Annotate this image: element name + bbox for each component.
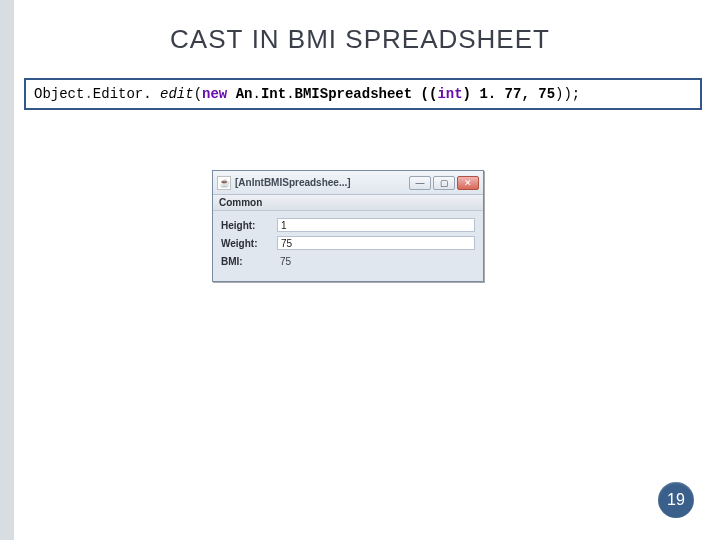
title-part: S bbox=[345, 24, 363, 54]
minimize-button[interactable]: — bbox=[409, 176, 431, 190]
window-body: Height: 1 Weight: 75 BMI: 75 bbox=[213, 211, 483, 281]
form-row-weight: Weight: 75 bbox=[221, 235, 475, 251]
code-token: . bbox=[253, 86, 261, 102]
code-class: An bbox=[236, 86, 253, 102]
title-part: C bbox=[170, 24, 190, 54]
code-number: 1. 77 bbox=[479, 86, 521, 102]
slide: CAST IN BMI SPREADSHEET Object.Editor. e… bbox=[0, 0, 720, 540]
code-token: . bbox=[84, 86, 92, 102]
window-section-header[interactable]: Common bbox=[213, 195, 483, 211]
code-number: 75 bbox=[538, 86, 555, 102]
field-label: BMI: bbox=[221, 256, 277, 267]
code-method: edit bbox=[160, 86, 194, 102]
side-accent bbox=[0, 0, 14, 540]
field-label: Height: bbox=[221, 220, 277, 231]
code-token: ( bbox=[194, 86, 202, 102]
code-token: , bbox=[521, 86, 538, 102]
code-token: Object bbox=[34, 86, 84, 102]
weight-field[interactable]: 75 bbox=[277, 236, 475, 250]
java-window: ☕ [AnIntBMISpreadshee...] — ▢ ✕ Common H… bbox=[212, 170, 484, 282]
code-token: . bbox=[286, 86, 294, 102]
page-number-badge: 19 bbox=[658, 482, 694, 518]
code-class: BMISpreadsheet bbox=[295, 86, 413, 102]
code-token: )); bbox=[555, 86, 580, 102]
code-token: Editor. bbox=[93, 86, 160, 102]
title-part: BMI bbox=[288, 24, 337, 54]
slide-title: CAST IN BMI SPREADSHEET bbox=[0, 24, 720, 55]
height-field[interactable]: 1 bbox=[277, 218, 475, 232]
window-buttons: — ▢ ✕ bbox=[409, 176, 479, 190]
code-snippet: Object.Editor. edit(new An.Int.BMISpread… bbox=[24, 78, 702, 110]
code-token bbox=[227, 86, 235, 102]
title-part: PREADSHEET bbox=[364, 24, 550, 54]
close-button[interactable]: ✕ bbox=[457, 176, 479, 190]
bmi-value: 75 bbox=[277, 256, 475, 267]
window-titlebar[interactable]: ☕ [AnIntBMISpreadshee...] — ▢ ✕ bbox=[213, 171, 483, 195]
code-class: Int bbox=[261, 86, 286, 102]
title-part: AST bbox=[190, 24, 244, 54]
title-part: IN bbox=[243, 24, 287, 54]
field-label: Weight: bbox=[221, 238, 277, 249]
maximize-button[interactable]: ▢ bbox=[433, 176, 455, 190]
code-token: (( bbox=[421, 86, 438, 102]
page-number: 19 bbox=[667, 491, 685, 509]
code-token bbox=[412, 86, 420, 102]
code-keyword-int: int bbox=[437, 86, 462, 102]
section-label: Common bbox=[219, 197, 262, 208]
code-token: ) bbox=[463, 86, 480, 102]
form-row-height: Height: 1 bbox=[221, 217, 475, 233]
code-keyword-new: new bbox=[202, 86, 227, 102]
window-title: [AnIntBMISpreadshee...] bbox=[235, 177, 351, 188]
form-row-bmi: BMI: 75 bbox=[221, 253, 475, 269]
java-icon: ☕ bbox=[217, 176, 231, 190]
